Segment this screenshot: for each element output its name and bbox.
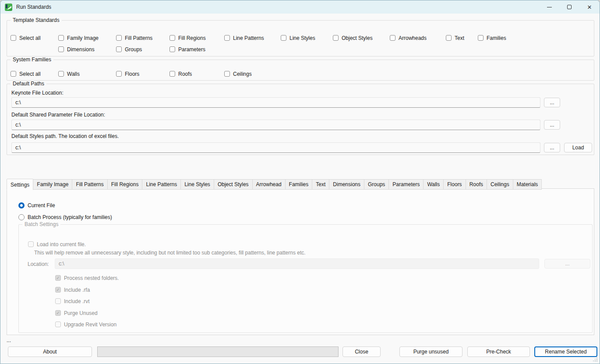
location-label: Location: xyxy=(28,261,49,268)
tab-parameters[interactable]: Parameters xyxy=(388,179,424,190)
checkbox-purge-unused: ✓Purge Unused xyxy=(55,310,98,316)
default-paths-group: Default Paths Keynote File Location: c:\… xyxy=(7,84,594,155)
tab-line-patterns[interactable]: Line Patterns xyxy=(142,179,181,190)
checkbox-fill-regions[interactable]: Fill Regions xyxy=(169,35,206,41)
checkbox-label: Purge Unused xyxy=(64,310,98,316)
checkbox-label: Process nested folders. xyxy=(64,275,119,281)
checkbox-groups[interactable]: Groups xyxy=(116,46,142,53)
tab-arrowhead[interactable]: Arrowhead xyxy=(252,179,286,190)
about-button[interactable]: About xyxy=(8,346,92,357)
rename-selected-button[interactable]: Rename Selected xyxy=(534,346,597,357)
ellipsis-icon: ... xyxy=(550,145,554,151)
settings-tab-panel: Current File Batch Process (typically fo… xyxy=(7,188,594,335)
tab-families[interactable]: Families xyxy=(285,179,313,190)
checkbox-line-patterns[interactable]: Line Patterns xyxy=(224,35,264,41)
footer-ellipsis-text: ... xyxy=(7,337,11,344)
styles-path-browse-button[interactable]: ... xyxy=(544,143,560,152)
checkbox-label: Object Styles xyxy=(342,35,373,41)
tab-roofs[interactable]: Roofs xyxy=(466,179,487,190)
checkbox-label: Walls xyxy=(67,71,80,77)
shared-parameter-location-value: c:\ xyxy=(15,122,21,128)
tab-fill-patterns[interactable]: Fill Patterns xyxy=(72,179,107,190)
tab-fill-regions[interactable]: Fill Regions xyxy=(107,179,143,190)
tab-materials[interactable]: Materials xyxy=(513,179,542,190)
maximize-button[interactable] xyxy=(559,0,579,14)
checkbox-label: Dimensions xyxy=(67,46,95,53)
checkbox-box xyxy=(11,71,16,77)
shared-parameter-browse-button[interactable]: ... xyxy=(544,120,560,130)
checkbox-dimensions[interactable]: Dimensions xyxy=(58,46,95,53)
checkbox-select-all[interactable]: Select all xyxy=(11,35,41,41)
titlebar: Run Standards ✕ xyxy=(0,0,600,14)
default-paths-label: Default Paths xyxy=(11,81,46,87)
close-dialog-button[interactable]: Close xyxy=(342,346,381,357)
tab-floors[interactable]: Floors xyxy=(443,179,466,190)
checkbox-label: Upgrade Revit Version xyxy=(64,322,116,328)
shared-parameter-location-input[interactable]: c:\ xyxy=(11,120,540,130)
checkbox-box xyxy=(11,35,16,41)
checkbox-arrowheads[interactable]: Arrowheads xyxy=(390,35,427,41)
close-button-label: Close xyxy=(355,349,368,355)
checkbox-floors[interactable]: Floors xyxy=(116,71,139,77)
keynote-location-input[interactable]: c:\ xyxy=(11,97,540,108)
tab-settings[interactable]: Settings xyxy=(7,179,33,190)
window-title: Run Standards xyxy=(16,0,51,14)
checkbox-families[interactable]: Families xyxy=(478,35,506,41)
checkbox-box xyxy=(28,241,34,247)
radio-current-file[interactable]: Current File xyxy=(18,202,55,209)
checkbox-ceilings[interactable]: Ceilings xyxy=(224,71,252,77)
checkbox-box xyxy=(169,35,175,41)
checkbox-label: Select all xyxy=(19,35,41,41)
tab-text[interactable]: Text xyxy=(312,179,329,190)
checkbox-box: ✓ xyxy=(55,275,61,281)
progress-bar xyxy=(97,346,339,357)
checkbox-parameters[interactable]: Parameters xyxy=(169,46,205,53)
location-value: c:\ xyxy=(59,261,64,267)
checkbox-label: Text xyxy=(455,35,464,41)
keynote-browse-button[interactable]: ... xyxy=(544,98,560,107)
tab-line-styles[interactable]: Line Styles xyxy=(180,179,214,190)
tab-ceilings[interactable]: Ceilings xyxy=(487,179,513,190)
radio-dot xyxy=(18,202,25,209)
checkbox-box xyxy=(58,35,64,41)
tab-family-image[interactable]: Family Image xyxy=(33,179,72,190)
checkbox-label: Fill Regions xyxy=(178,35,206,41)
tab-dimensions[interactable]: Dimensions xyxy=(329,179,364,190)
shared-parameter-location-label: Default Shared Parameter File Location: xyxy=(11,112,105,118)
checkbox-label: Ceilings xyxy=(233,71,252,77)
load-button[interactable]: Load xyxy=(564,143,592,152)
tab-object-styles[interactable]: Object Styles xyxy=(214,179,253,190)
purge-unused-button[interactable]: Purge unsused xyxy=(399,346,462,357)
checkbox-walls[interactable]: Walls xyxy=(58,71,80,77)
pre-check-button-label: Pre-Check xyxy=(486,349,511,355)
checkbox-line-styles[interactable]: Line Styles xyxy=(281,35,315,41)
location-input: c:\ xyxy=(55,258,539,269)
checkbox-label: Roofs xyxy=(178,71,192,77)
checkbox-box: ✓ xyxy=(55,287,61,293)
batch-settings-group: Batch Settings Load into current file. T… xyxy=(18,224,593,333)
checkbox-label: Include .rvt xyxy=(64,298,90,304)
radio-current-file-label: Current File xyxy=(28,202,55,209)
close-button[interactable]: ✕ xyxy=(579,0,600,14)
checkbox-process-nested-folders: ✓Process nested folders. xyxy=(55,275,119,281)
radio-batch-process[interactable]: Batch Process (typically for families) xyxy=(18,214,112,220)
load-button-label: Load xyxy=(572,145,584,151)
minimize-button[interactable] xyxy=(539,0,559,14)
checkbox-fill-patterns[interactable]: Fill Patterns xyxy=(116,35,152,41)
template-standards-label: Template Standards xyxy=(11,17,62,24)
checkbox-family-image[interactable]: Family Image xyxy=(58,35,99,41)
checkbox-text[interactable]: Text xyxy=(446,35,464,41)
system-families-label: System Families xyxy=(11,57,53,63)
checkbox-roofs[interactable]: Roofs xyxy=(169,71,192,77)
resize-grip[interactable] xyxy=(596,360,597,361)
checkbox-include-rvt: Include .rvt xyxy=(55,298,90,304)
template-standards-group: Template Standards Select allFamily Imag… xyxy=(7,20,594,57)
checkbox-label: Family Image xyxy=(67,35,99,41)
tab-groups[interactable]: Groups xyxy=(364,179,389,190)
checkbox-select-all[interactable]: Select all xyxy=(11,71,41,77)
checkbox-object-styles[interactable]: Object Styles xyxy=(333,35,373,41)
styles-path-label: Default Styles path. The location of exc… xyxy=(11,133,119,140)
tab-walls[interactable]: Walls xyxy=(423,179,444,190)
pre-check-button[interactable]: Pre-Check xyxy=(467,346,530,357)
styles-path-input[interactable]: c:\ xyxy=(11,142,540,153)
